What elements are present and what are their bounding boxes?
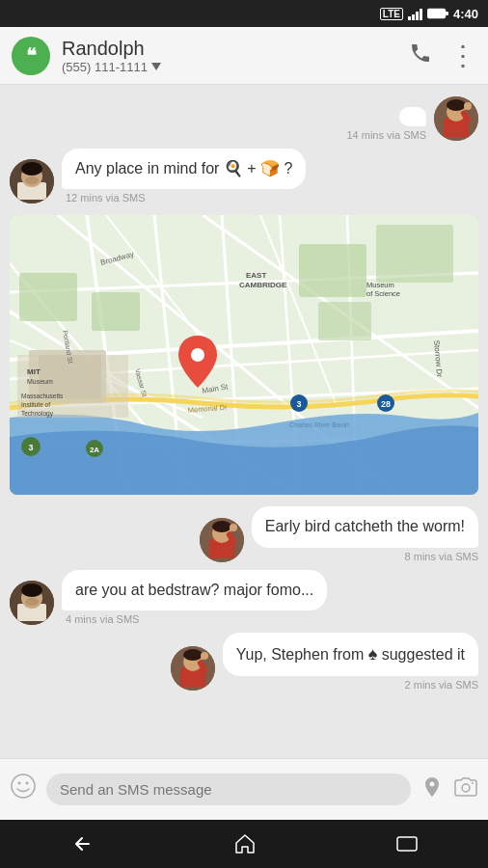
message-row-6: Yup, Stephen from ♠ suggested it 2 mins … [0,629,488,694]
svg-text:3: 3 [296,399,301,409]
bubble-time-1: 14 mins via SMS [342,129,426,141]
recents-button[interactable] [395,835,419,853]
bubble-1 [399,107,426,126]
signal-icon [408,7,422,20]
contact-number: (555) 111-1111 [62,60,409,74]
svg-rect-36 [318,302,371,340]
avatar-incoming-2 [10,581,54,625]
call-button[interactable] [409,41,432,70]
app-logo: ❝ [12,37,50,75]
svg-point-84 [26,782,29,785]
svg-point-70 [230,524,237,531]
svg-point-68 [212,521,231,532]
message-row-2: Any place in mind for 🍳 + 🍞 ? 12 mins vi… [0,145,488,207]
svg-rect-2 [446,12,448,15]
svg-rect-39 [17,355,128,418]
svg-rect-1 [428,10,444,17]
emoji-button[interactable] [10,773,37,806]
svg-point-6 [447,99,466,111]
bubble-wrap-5: are you at bedstraw? major fomo... 4 min… [62,570,327,625]
nav-bar [0,820,488,868]
contact-name: Randolph [62,38,409,60]
svg-text:Museum: Museum [366,281,394,289]
svg-text:MIT: MIT [27,367,41,376]
svg-point-8 [464,102,472,110]
bubble-6: Yup, Stephen from ♠ suggested it [223,633,478,676]
map-message[interactable]: Broadway Portland St Vassar St Main St M… [10,215,478,495]
svg-point-75 [25,598,39,606]
svg-rect-32 [19,273,77,321]
message-row-1: 14 mins via SMS [0,93,488,145]
svg-point-74 [21,583,42,597]
bubble-5: are you at bedstraw? major fomo... [62,570,327,610]
svg-rect-33 [92,292,140,331]
sim-icon [151,63,161,70]
bottom-bar [0,758,488,820]
message-row-5: are you at bedstraw? major fomo... 4 min… [0,566,488,629]
svg-point-13 [25,176,39,184]
bubble-2: Any place in mind for 🍳 + 🍞 ? [62,149,306,189]
more-options-button[interactable]: ⋮ [449,42,476,69]
lte-indicator: LTE [380,8,403,20]
svg-point-12 [21,162,42,176]
camera-button[interactable] [453,776,478,803]
status-bar: LTE 4:40 [0,0,488,27]
avatar-outgoing-1 [434,96,478,141]
bubble-time-5: 4 mins via SMS [62,613,327,625]
bubble-time-6: 2 mins via SMS [401,679,478,691]
bubble-time-4: 8 mins via SMS [401,551,478,562]
bubble-wrap-2: Any place in mind for 🍳 + 🍞 ? 12 mins vi… [62,149,306,203]
svg-rect-35 [376,225,453,283]
svg-point-82 [12,774,35,798]
app-bar: ❝ Randolph (555) 111-1111 ⋮ [0,27,488,85]
svg-text:28: 28 [381,399,391,409]
svg-text:Massachusetts: Massachusetts [21,393,64,399]
time-display: 4:40 [453,7,478,21]
bubble-4: Early bird catcheth the worm! [252,506,478,547]
spade-icon: ♠ [368,644,378,664]
home-button[interactable] [233,833,257,854]
avatar-outgoing-3 [171,646,215,691]
svg-point-64 [191,348,204,362]
action-buttons: ⋮ [409,41,476,70]
svg-text:Technology: Technology [21,410,54,418]
svg-point-85 [462,784,470,792]
bubble-time-2: 12 mins via SMS [62,192,306,203]
svg-rect-34 [299,244,366,297]
location-button[interactable] [420,775,444,804]
sms-input[interactable] [46,773,411,805]
avatar-outgoing-2 [200,518,244,562]
message-row-4: Early bird catcheth the worm! 8 mins via… [0,502,488,565]
svg-point-79 [183,649,203,661]
contact-info: Randolph (555) 111-1111 [62,38,409,74]
svg-text:of Science: of Science [366,289,400,298]
svg-point-83 [18,782,21,785]
svg-text:Institute of: Institute of [21,401,50,408]
back-button[interactable] [69,833,95,854]
svg-text:CAMBRIDGE: CAMBRIDGE [239,281,287,289]
svg-text:2A: 2A [90,446,99,454]
svg-point-81 [201,652,208,660]
svg-point-86 [472,782,474,784]
svg-text:Museum: Museum [27,378,53,385]
chat-area: 14 mins via SMS [0,85,488,758]
svg-rect-87 [397,837,417,851]
svg-text:Charles River Basin: Charles River Basin [289,421,349,428]
svg-text:3: 3 [28,443,33,452]
battery-icon [427,8,448,19]
svg-text:EAST: EAST [246,271,266,280]
avatar-incoming-1 [10,159,54,203]
